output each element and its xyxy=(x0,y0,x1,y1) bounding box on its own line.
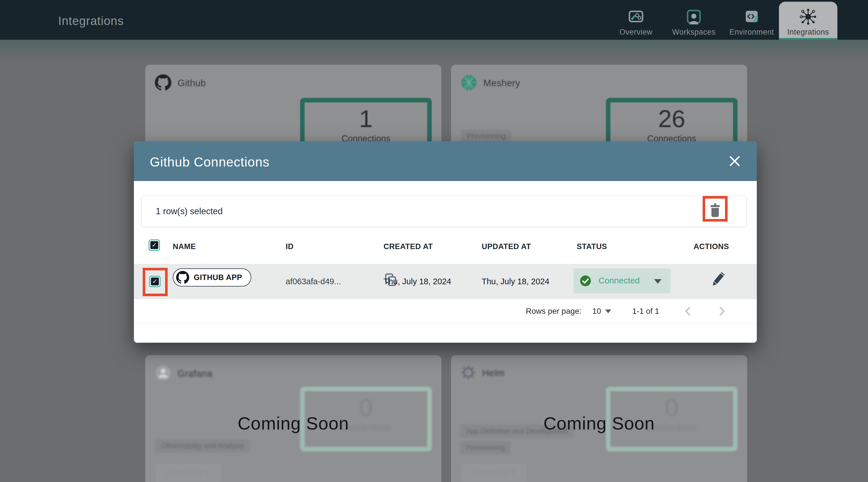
pagination-bar: Rows per page: 10 1-1 of 1 xyxy=(526,299,757,324)
modal-title: Github Connections xyxy=(150,154,270,170)
chevron-left-icon[interactable] xyxy=(681,305,694,318)
chevron-down-icon xyxy=(605,309,611,313)
overview-icon xyxy=(628,8,644,26)
connection-id: af063afa-d49... xyxy=(286,277,341,286)
card-grafana: Grafana 0 Connections Observability and … xyxy=(145,355,441,482)
page-background-strip xyxy=(0,40,868,60)
pencil-icon[interactable] xyxy=(709,271,726,290)
annotation-box-row-checkbox xyxy=(143,268,168,296)
top-navbar: Integrations Overview xyxy=(0,0,868,40)
chevron-down-icon xyxy=(654,279,661,284)
github-logo-icon xyxy=(155,74,171,92)
workspaces-icon xyxy=(686,8,702,26)
category-tag: Provisioning xyxy=(461,129,511,143)
card-title: Github xyxy=(178,78,206,89)
card-title: Grafana xyxy=(178,368,213,379)
status-label: Connected xyxy=(598,276,640,285)
pagination-range: 1-1 of 1 xyxy=(632,307,659,316)
integrations-page: Github 1 Connections xyxy=(0,0,868,482)
connections-count: 1 xyxy=(305,107,427,131)
connection-name-chip[interactable]: GITHUB APP xyxy=(173,268,251,287)
col-header-actions: ACTIONS xyxy=(693,242,729,251)
col-header-name: NAME xyxy=(173,242,196,251)
col-header-id: ID xyxy=(286,242,293,251)
nav-item-integrations[interactable]: Integrations xyxy=(779,2,837,40)
github-octocat-icon xyxy=(176,271,189,284)
col-header-status: STATUS xyxy=(577,242,607,251)
close-icon[interactable] xyxy=(727,154,742,169)
category-tag: Observability and Analysis xyxy=(155,439,250,452)
col-header-created-at: CREATED AT xyxy=(383,242,433,251)
nav-item-environment[interactable]: Environment xyxy=(726,0,777,40)
connection-name: GITHUB APP xyxy=(194,273,242,282)
created-at-value: Thu, July 18, 2024 xyxy=(383,277,451,286)
nav-item-workspaces[interactable]: Workspaces xyxy=(668,0,719,40)
modal-body: 1 row(s) selected ✓ NAME ID CREATED AT U… xyxy=(134,181,757,343)
page-title: Integrations xyxy=(58,14,124,28)
modal-header: Github Connections xyxy=(134,141,757,181)
card-helm: Helm 0 Connections App Definition and De… xyxy=(451,355,747,482)
card-title: Helm xyxy=(482,368,505,379)
helm-logo-icon xyxy=(461,365,476,381)
meshery-logo-icon xyxy=(461,74,477,92)
nav-label: Workspaces xyxy=(672,28,715,37)
selection-toolbar: 1 row(s) selected xyxy=(141,196,747,227)
grafana-logo-icon xyxy=(155,365,171,383)
rows-per-page-value: 10 xyxy=(592,307,601,316)
environment-icon xyxy=(743,8,760,26)
nav-label: Overview xyxy=(620,28,653,37)
coming-soon-label: Coming Soon xyxy=(451,413,747,433)
updated-at-value: Thu, July 18, 2024 xyxy=(482,277,550,286)
chevron-right-icon[interactable] xyxy=(716,305,728,318)
rows-per-page-select[interactable]: 10 xyxy=(592,307,611,316)
nav-label: Integrations xyxy=(787,28,829,37)
rows-selected-text: 1 row(s) selected xyxy=(156,206,223,216)
connect-button[interactable]: CONNECT xyxy=(156,464,220,482)
connections-count: 26 xyxy=(611,107,733,131)
check-circle-icon xyxy=(580,275,591,288)
card-title: Meshery xyxy=(483,78,520,89)
select-all-checkbox[interactable]: ✓ xyxy=(149,239,160,251)
nav-item-overview[interactable]: Overview xyxy=(611,0,661,40)
col-header-updated-at: UPDATED AT xyxy=(482,242,531,251)
rows-per-page-label: Rows per page: xyxy=(526,307,582,316)
category-tag: Provisioning xyxy=(460,441,510,454)
github-connections-modal: Github Connections 1 row(s) selected xyxy=(134,141,757,343)
coming-soon-label: Coming Soon xyxy=(145,413,441,433)
nav-label: Environment xyxy=(729,28,774,37)
integrations-icon xyxy=(799,8,817,26)
connect-button[interactable]: CONNECT xyxy=(462,464,526,482)
annotation-box-trash xyxy=(703,196,727,221)
status-dropdown[interactable]: Connected xyxy=(574,268,671,293)
